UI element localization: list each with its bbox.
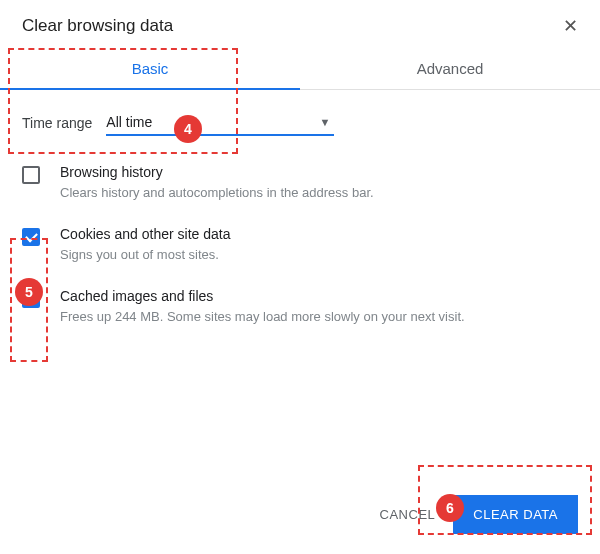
dialog-body: Time range All time ▼ Browsing history C… bbox=[0, 90, 600, 327]
time-range-label: Time range bbox=[22, 115, 92, 131]
option-texts: Cookies and other site data Signs you ou… bbox=[60, 226, 230, 264]
clear-browsing-data-dialog: Clear browsing data ✕ Basic Advanced Tim… bbox=[0, 0, 600, 554]
tab-advanced[interactable]: Advanced bbox=[300, 46, 600, 89]
option-cookies: Cookies and other site data Signs you ou… bbox=[22, 226, 578, 264]
checkbox-cookies[interactable] bbox=[22, 228, 40, 246]
checkbox-browsing-history[interactable] bbox=[22, 166, 40, 184]
dialog-title: Clear browsing data bbox=[22, 16, 173, 36]
option-cache: Cached images and files Frees up 244 MB.… bbox=[22, 288, 578, 326]
time-range-select[interactable]: All time ▼ bbox=[106, 110, 334, 136]
option-title: Cookies and other site data bbox=[60, 226, 230, 242]
option-texts: Cached images and files Frees up 244 MB.… bbox=[60, 288, 465, 326]
chevron-down-icon: ▼ bbox=[319, 116, 330, 128]
option-title: Cached images and files bbox=[60, 288, 465, 304]
option-texts: Browsing history Clears history and auto… bbox=[60, 164, 374, 202]
close-icon[interactable]: ✕ bbox=[563, 17, 578, 35]
tab-basic-label: Basic bbox=[132, 60, 169, 77]
time-range-value: All time bbox=[106, 114, 152, 130]
option-desc: Clears history and autocompletions in th… bbox=[60, 184, 374, 202]
cancel-button[interactable]: CANCEL bbox=[380, 507, 436, 522]
dialog-header: Clear browsing data ✕ bbox=[0, 0, 600, 46]
option-desc: Frees up 244 MB. Some sites may load mor… bbox=[60, 308, 465, 326]
option-title: Browsing history bbox=[60, 164, 374, 180]
tabs: Basic Advanced bbox=[0, 46, 600, 90]
option-browsing-history: Browsing history Clears history and auto… bbox=[22, 164, 578, 202]
clear-data-button[interactable]: CLEAR DATA bbox=[453, 495, 578, 534]
checkbox-cache[interactable] bbox=[22, 290, 40, 308]
tab-advanced-label: Advanced bbox=[417, 60, 484, 77]
tab-basic[interactable]: Basic bbox=[0, 46, 300, 89]
time-range-row: Time range All time ▼ bbox=[22, 110, 578, 136]
option-desc: Signs you out of most sites. bbox=[60, 246, 230, 264]
dialog-footer: CANCEL CLEAR DATA bbox=[380, 495, 578, 534]
